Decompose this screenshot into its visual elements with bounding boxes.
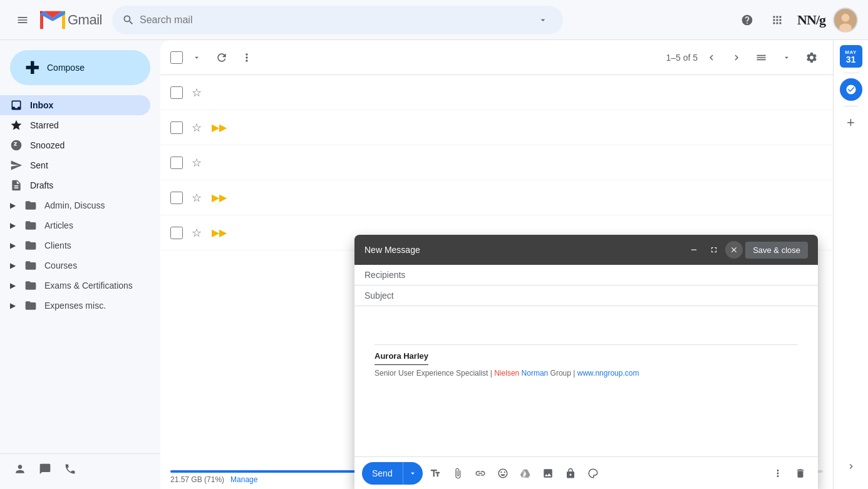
compose-close-button[interactable] <box>725 241 743 259</box>
apps-button[interactable] <box>765 8 790 33</box>
menu-button[interactable] <box>10 8 35 33</box>
email-checkbox[interactable] <box>170 192 183 204</box>
calendar-icon-btn[interactable]: MAY 31 <box>840 45 862 68</box>
sidebar-item-articles[interactable]: ▶ Articles <box>0 215 150 235</box>
confidential-mode-button[interactable] <box>561 463 581 483</box>
sidebar-item-starred[interactable]: Starred <box>0 115 150 135</box>
insert-emoji-button[interactable] <box>493 463 513 483</box>
email-row[interactable]: ☆ ▶▶ <box>160 110 833 145</box>
snoozed-icon <box>10 139 23 152</box>
view-dropdown-button[interactable] <box>775 46 798 69</box>
main-layout: ✚ Compose Inbox Starred Snoozed <box>0 40 868 489</box>
save-close-button[interactable]: Save & close <box>745 242 808 259</box>
compose-signature: Aurora Harley Senior User Experience Spe… <box>364 344 808 379</box>
sent-label: Sent <box>30 160 48 170</box>
more-options-button[interactable] <box>768 463 788 483</box>
sidebar-item-exams-certifications[interactable]: ▶ Exams & Certifications <box>0 275 150 296</box>
sidebar-item-inbox[interactable]: Inbox <box>0 95 150 115</box>
search-bar[interactable] <box>112 6 563 34</box>
refresh-button[interactable] <box>210 46 233 69</box>
email-row[interactable]: ☆ <box>160 145 833 180</box>
send-button[interactable]: Send <box>362 462 403 485</box>
compose-maximize-button[interactable] <box>705 241 723 259</box>
sidebar: ✚ Compose Inbox Starred Snoozed <box>0 40 160 489</box>
star-button[interactable]: ☆ <box>188 189 205 207</box>
calendar-date: 31 <box>846 55 856 64</box>
select-dropdown-button[interactable] <box>185 46 208 69</box>
notes-icon-btn[interactable] <box>35 459 55 479</box>
folder-icon <box>24 199 37 212</box>
format-text-button[interactable] <box>425 463 445 483</box>
expenses-misc-label: Expenses misc. <box>44 301 106 311</box>
view-toggle-button[interactable] <box>750 46 773 69</box>
star-button[interactable]: ☆ <box>188 119 205 136</box>
sidebar-item-admin-discuss[interactable]: ▶ Admin, Discuss <box>0 195 150 215</box>
right-panel: MAY 31 + <box>833 40 868 489</box>
avatar[interactable] <box>833 8 858 33</box>
pagination-info: 1–5 of 5 <box>666 46 823 69</box>
star-button[interactable]: ☆ <box>188 154 205 172</box>
email-checkbox[interactable] <box>170 121 183 134</box>
email-checkbox[interactable] <box>170 86 183 99</box>
articles-label: Articles <box>44 220 73 230</box>
nng-logo: NN/g <box>795 12 828 28</box>
star-button[interactable]: ☆ <box>188 84 205 101</box>
pagination-text: 1–5 of 5 <box>666 53 698 63</box>
insert-drive-button[interactable] <box>515 463 535 483</box>
add-app-button[interactable]: + <box>840 111 862 134</box>
sidebar-item-expenses-misc[interactable]: ▶ Expenses misc. <box>0 296 150 316</box>
sidebar-item-clients[interactable]: ▶ Clients <box>0 235 150 255</box>
inbox-label: Inbox <box>30 100 53 110</box>
insert-link-button[interactable] <box>470 463 490 483</box>
settings-button[interactable] <box>800 46 823 69</box>
compose-minimize-button[interactable] <box>685 241 703 259</box>
search-input[interactable] <box>140 14 528 26</box>
esignature-button[interactable] <box>583 463 603 483</box>
email-row[interactable]: ☆ ▶▶ <box>160 180 833 215</box>
sidebar-bottom-icons <box>0 453 160 484</box>
tasks-icon-btn[interactable] <box>840 78 862 101</box>
email-checkbox[interactable] <box>170 227 183 239</box>
search-dropdown-button[interactable] <box>533 10 553 30</box>
compose-title: New Message <box>364 245 685 255</box>
phone-icon-btn[interactable] <box>60 459 80 479</box>
email-area: 1–5 of 5 <box>160 40 833 489</box>
search-icon <box>122 14 135 26</box>
sidebar-item-courses[interactable]: ▶ Courses <box>0 255 150 275</box>
recipients-input[interactable] <box>415 270 808 280</box>
email-row[interactable]: ☆ <box>160 75 833 110</box>
compose-plus-icon: ✚ <box>25 58 39 78</box>
folder-arrow-icon: ▶ <box>10 221 16 230</box>
sidebar-item-snoozed[interactable]: Snoozed <box>0 135 150 155</box>
compose-body[interactable]: Aurora Harley Senior User Experience Spe… <box>354 306 818 456</box>
more-options-button[interactable] <box>235 46 258 69</box>
sidebar-item-sent[interactable]: Sent <box>0 155 150 175</box>
folder-icon <box>24 259 37 272</box>
sidebar-item-drafts[interactable]: Drafts <box>0 175 150 195</box>
inbox-icon <box>10 99 23 111</box>
attach-files-button[interactable] <box>448 463 468 483</box>
email-checkbox[interactable] <box>170 157 183 169</box>
discard-button[interactable] <box>790 463 810 483</box>
admin-discuss-label: Admin, Discuss <box>44 200 105 210</box>
manage-storage-link[interactable]: Manage <box>230 475 257 484</box>
compose-header: New Message Save & close <box>354 235 818 265</box>
insert-photo-button[interactable] <box>538 463 558 483</box>
select-all-checkbox[interactable] <box>170 51 183 64</box>
next-page-button[interactable] <box>725 46 748 69</box>
sig-link[interactable]: www.nngroup.com <box>577 369 639 378</box>
star-button[interactable]: ☆ <box>188 224 205 242</box>
folder-icon <box>24 219 37 232</box>
prev-page-button[interactable] <box>700 46 723 69</box>
sig-title: Senior User Experience Specialist | Niel… <box>375 368 798 379</box>
sent-icon <box>10 159 23 172</box>
compose-button[interactable]: ✚ Compose <box>10 50 150 85</box>
send-dropdown-button[interactable] <box>403 462 423 485</box>
expand-panel-button[interactable] <box>839 454 864 479</box>
right-divider-2 <box>844 106 859 106</box>
subject-input[interactable] <box>415 291 808 301</box>
contacts-icon-btn[interactable] <box>10 459 30 479</box>
compose-footer-right <box>768 463 810 483</box>
help-button[interactable] <box>735 8 760 33</box>
exams-certifications-label: Exams & Certifications <box>44 281 133 291</box>
